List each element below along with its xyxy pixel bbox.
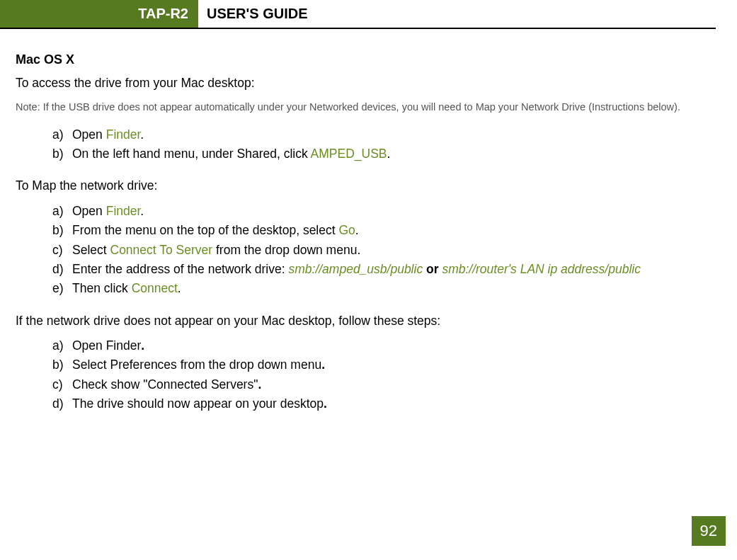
text-body: Open Finder — [72, 338, 141, 353]
list-item: b) On the left hand menu, under Shared, … — [52, 145, 709, 163]
section1-note: Note: If the USB drive does not appear a… — [16, 99, 709, 115]
list-item: d) The drive should now appear on your d… — [52, 395, 709, 413]
list-item: c) Select Connect To Server from the dro… — [52, 241, 709, 259]
text-post: . — [140, 204, 144, 218]
bold-period: . — [141, 338, 144, 353]
text-or: or — [423, 262, 442, 276]
text-pre: On the left hand menu, under Shared, cli… — [72, 147, 311, 161]
highlight-connect: Connect — [132, 281, 178, 295]
page-content: Mac OS X To access the drive from your M… — [0, 29, 737, 413]
text-post: . — [140, 127, 144, 142]
list-item: a) Open Finder. — [52, 126, 709, 144]
list-marker: b) — [52, 356, 64, 374]
section3-intro: If the network drive does not appear on … — [16, 312, 709, 330]
list-marker: c) — [52, 241, 63, 259]
list-item: a) Open Finder. — [52, 202, 709, 220]
list-marker: a) — [52, 337, 64, 355]
text-pre: Then click — [72, 281, 132, 295]
list-item: b) Select Preferences from the drop down… — [52, 356, 709, 374]
text-post: . — [355, 223, 359, 237]
list-marker: d) — [52, 395, 64, 413]
section2-intro: To Map the network drive: — [16, 177, 709, 195]
text-pre: Enter the address of the network drive: — [72, 262, 288, 276]
highlight-finder: Finder — [106, 127, 141, 142]
section1-list: a) Open Finder. b) On the left hand menu… — [52, 126, 709, 164]
list-marker: a) — [52, 126, 64, 144]
list-item: c) Check show "Connected Servers". — [52, 376, 709, 394]
text-body: The drive should now appear on your desk… — [72, 396, 324, 411]
list-marker: d) — [52, 261, 64, 278]
bold-period: . — [321, 358, 325, 372]
text-body: Select Preferences from the drop down me… — [72, 358, 321, 372]
list-marker: b) — [52, 145, 64, 163]
list-item: b) From the menu on the top of the deskt… — [52, 222, 709, 239]
page-header: TAP-R2 USER'S GUIDE — [0, 0, 716, 29]
text-pre: From the menu on the top of the desktop,… — [72, 223, 338, 237]
text-body: Check show "Connected Servers" — [72, 377, 258, 392]
product-badge: TAP-R2 — [0, 0, 198, 28]
list-marker: e) — [52, 280, 64, 297]
list-marker: a) — [52, 202, 64, 220]
section-heading-macosx: Mac OS X — [16, 50, 709, 69]
highlight-smb-path-2: smb://router's LAN ip address/public — [442, 262, 641, 276]
list-item: e) Then click Connect. — [52, 280, 709, 297]
highlight-connect-to-server: Connect To Server — [110, 243, 213, 257]
text-post: from the drop down menu. — [212, 243, 360, 257]
highlight-smb-path-1: smb://amped_usb/public — [288, 262, 423, 276]
text-post: . — [178, 281, 181, 295]
section3-list: a) Open Finder. b) Select Preferences fr… — [52, 337, 709, 413]
list-marker: c) — [52, 376, 63, 394]
list-marker: b) — [52, 222, 64, 239]
section1-intro: To access the drive from your Mac deskto… — [16, 74, 709, 92]
highlight-finder: Finder — [106, 204, 141, 218]
list-item: a) Open Finder. — [52, 337, 709, 355]
highlight-amped-usb: AMPED_USB — [311, 147, 387, 161]
bold-period: . — [258, 377, 261, 392]
text-pre: Open — [72, 127, 106, 142]
text-pre: Open — [72, 204, 106, 218]
text-pre: Select — [72, 243, 110, 257]
bold-period: . — [324, 396, 327, 411]
highlight-go: Go — [338, 223, 355, 237]
guide-title: USER'S GUIDE — [198, 0, 308, 28]
text-post: . — [387, 147, 391, 161]
list-item: d) Enter the address of the network driv… — [52, 261, 709, 278]
page-number: 92 — [692, 516, 726, 546]
section2-list: a) Open Finder. b) From the menu on the … — [52, 202, 709, 298]
